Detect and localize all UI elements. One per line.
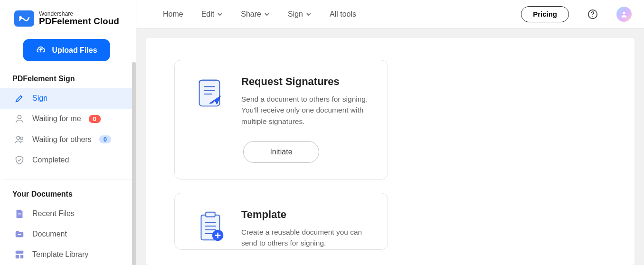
svg-point-11 (592, 16, 593, 16)
content-panel: Request Signatures Send a document to ot… (146, 38, 635, 265)
initiate-button[interactable]: Initiate (243, 141, 319, 163)
sidebar-item-sign[interactable]: Sign (0, 88, 136, 108)
chevron-down-icon (306, 11, 312, 17)
upload-files-button[interactable]: Upload Files (23, 39, 110, 61)
card-template: Template Create a reusable document you … (174, 193, 388, 250)
pen-icon (14, 93, 25, 104)
svg-point-1 (18, 115, 21, 119)
sidebar-item-waiting-me[interactable]: Waiting for me 0 (0, 109, 136, 129)
sidebar-item-label: Recent Files (32, 209, 75, 218)
section-header-docs: Your Documents (0, 187, 136, 203)
clipboard-plus-icon (192, 208, 229, 246)
sidebar-item-document[interactable]: Document (0, 224, 136, 244)
nav-home[interactable]: Home (163, 10, 183, 19)
svg-rect-7 (16, 251, 24, 254)
sidebar-item-label: Sign (32, 94, 47, 103)
logo-title: PDFelement Cloud (39, 17, 119, 26)
sidebar-item-label: Waiting for others (32, 135, 92, 144)
content: Request Signatures Send a document to ot… (136, 28, 644, 265)
logo: Wondershare PDFelement Cloud (0, 10, 136, 35)
help-icon[interactable] (587, 9, 598, 20)
nav-all-tools[interactable]: All tools (330, 10, 356, 19)
card-request-signatures: Request Signatures Send a document to ot… (174, 60, 388, 180)
svg-rect-5 (18, 214, 21, 215)
people-icon (14, 134, 25, 145)
person-icon (14, 114, 25, 124)
card-title: Request Signatures (241, 76, 370, 88)
svg-rect-18 (206, 212, 215, 217)
card-description: Send a document to others for signing. Y… (241, 94, 370, 127)
main-area: Home Edit Share Sign All tools Pricing (136, 0, 644, 265)
badge-waiting-others: 0 (99, 135, 111, 143)
svg-rect-4 (18, 213, 21, 213)
sidebar-item-label: Completed (32, 156, 69, 164)
sidebar-item-completed[interactable]: Completed (0, 150, 136, 170)
nav-sign[interactable]: Sign (288, 10, 312, 19)
divider (4, 179, 132, 180)
sidebar: Wondershare PDFelement Cloud Upload File… (0, 0, 136, 265)
topbar: Home Edit Share Sign All tools Pricing (136, 0, 644, 28)
avatar[interactable] (616, 7, 632, 22)
nav-share[interactable]: Share (241, 10, 270, 19)
cloud-upload-icon (36, 44, 46, 57)
sidebar-item-waiting-others[interactable]: Waiting for others 0 (0, 129, 136, 150)
sidebar-item-label: Document (32, 230, 67, 238)
sidebar-item-recent[interactable]: Recent Files (0, 203, 136, 224)
document-send-icon (192, 76, 229, 113)
svg-rect-9 (20, 255, 23, 258)
svg-point-2 (17, 136, 19, 139)
svg-rect-6 (18, 234, 21, 235)
logo-mark-icon (14, 10, 34, 27)
file-icon (14, 208, 25, 219)
card-title: Template (241, 208, 370, 221)
folder-icon (14, 229, 25, 239)
nav-edit[interactable]: Edit (201, 10, 223, 19)
sidebar-item-label: Template Library (32, 250, 88, 259)
sidebar-item-label: Waiting for me (32, 114, 81, 123)
svg-point-3 (20, 137, 23, 140)
badge-waiting-me: 0 (89, 115, 101, 123)
svg-point-12 (623, 11, 625, 14)
svg-rect-8 (16, 255, 19, 258)
card-description: Create a reusable document you can send … (241, 227, 370, 249)
shield-check-icon (14, 155, 25, 165)
grid-icon (14, 249, 25, 260)
sidebar-item-template-library[interactable]: Template Library (0, 245, 136, 265)
upload-label: Upload Files (52, 46, 97, 55)
chevron-down-icon (264, 11, 270, 17)
pricing-button[interactable]: Pricing (521, 6, 569, 22)
scrollbar[interactable] (132, 62, 136, 265)
section-header-sign: PDFelement Sign (0, 72, 136, 88)
svg-point-0 (19, 16, 22, 19)
chevron-down-icon (217, 11, 223, 17)
